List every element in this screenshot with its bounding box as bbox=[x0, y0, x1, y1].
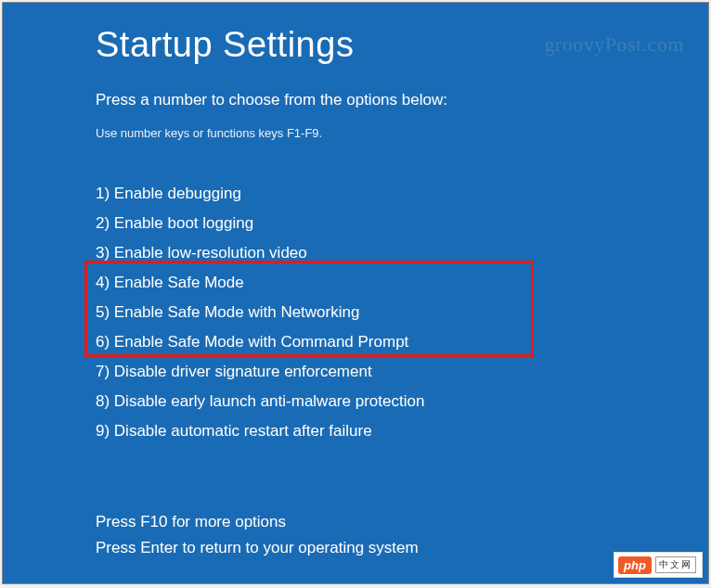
option-5-safe-mode-networking[interactable]: 5) Enable Safe Mode with Networking bbox=[96, 298, 708, 327]
footer-more-options: Press F10 for more options bbox=[96, 509, 708, 535]
startup-settings-screen: Startup Settings Press a number to choos… bbox=[2, 2, 709, 584]
option-7-disable-driver-sig[interactable]: 7) Disable driver signature enforcement bbox=[96, 357, 708, 387]
php-logo-badge: php 中文网 bbox=[614, 552, 703, 578]
option-1-debugging[interactable]: 1) Enable debugging bbox=[96, 179, 708, 209]
hint-text: Use number keys or functions keys F1-F9. bbox=[96, 126, 708, 140]
option-6-safe-mode-cmd[interactable]: 6) Enable Safe Mode with Command Prompt bbox=[96, 327, 708, 357]
content-area: Startup Settings Press a number to choos… bbox=[3, 3, 708, 561]
instruction-text: Press a number to choose from the option… bbox=[96, 91, 708, 109]
options-list: 1) Enable debugging 2) Enable boot loggi… bbox=[96, 179, 708, 446]
logo-cn-text: 中文网 bbox=[655, 556, 696, 573]
watermark-text: groovyPost.com bbox=[544, 32, 684, 57]
option-9-disable-auto-restart[interactable]: 9) Disable automatic restart after failu… bbox=[96, 416, 708, 446]
option-2-boot-logging[interactable]: 2) Enable boot logging bbox=[96, 209, 708, 238]
php-icon: php bbox=[618, 556, 652, 574]
option-8-disable-antimalware[interactable]: 8) Disable early launch anti-malware pro… bbox=[96, 387, 708, 416]
option-4-safe-mode[interactable]: 4) Enable Safe Mode bbox=[96, 268, 708, 298]
option-3-low-res-video[interactable]: 3) Enable low-resolution video bbox=[96, 238, 708, 268]
